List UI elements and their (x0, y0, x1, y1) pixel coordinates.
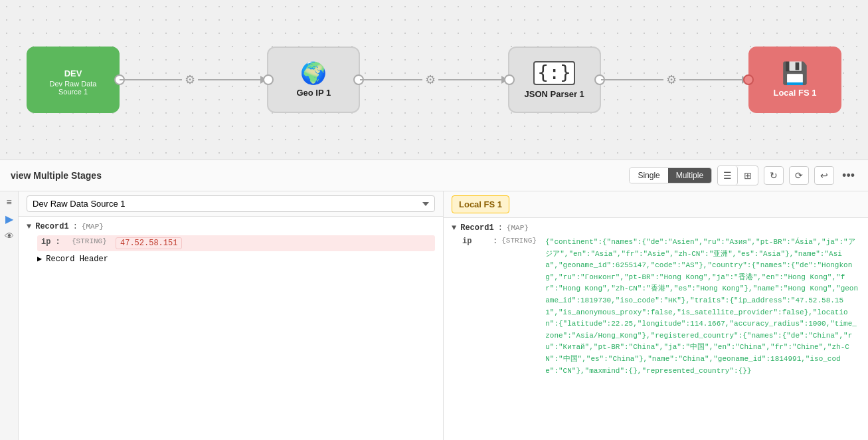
connector-3: ⚙ (601, 76, 748, 84)
panel-sidebar: ≡ ▶ 👁 (0, 191, 19, 440)
gear-icon-1: ⚙ (182, 72, 198, 87)
gear-icon-3: ⚙ (663, 72, 679, 87)
single-multiple-toggle: Single Multiple (629, 167, 712, 183)
left-ip-value: 47.52.58.151 (116, 237, 182, 249)
left-record1-toggle[interactable]: ▼ (27, 222, 31, 231)
collapse-icon: ▶ (37, 254, 42, 264)
right-ip-value: {"continent":{"names":{"de":"Asien","ru"… (545, 237, 860, 377)
connector-line-3: ⚙ (601, 79, 742, 80)
left-ip-field: ip : {STRING} 47.52.58.151 (37, 235, 435, 251)
left-record-header-subrecord[interactable]: ▶ Record Header (37, 254, 435, 264)
node-dev-raw-data-source[interactable]: DEV Dev Raw DataSource 1 (27, 47, 120, 113)
right-column-header: Local FS 1 (444, 191, 868, 218)
panel-header: view Multiple Stages Single Multiple ☰ ⊞… (0, 160, 868, 191)
right-record1-key: Record1 (460, 223, 493, 233)
right-column: Local FS 1 ▼ Record1 : {MAP} ip : {STRIN… (444, 191, 868, 440)
left-record1-header: ▼ Record1 : {MAP} (27, 222, 435, 231)
sidebar-eye-icon[interactable]: 👁 (5, 231, 14, 241)
multiple-btn[interactable]: Multiple (668, 168, 711, 183)
sidebar-cursor-icon[interactable]: ▶ (5, 213, 13, 225)
list-icon: ☰ (723, 170, 732, 181)
sidebar-hamburger-icon[interactable]: ≡ (6, 197, 11, 207)
connector-2: ⚙ (360, 76, 507, 84)
left-column-content: ▼ Record1 : {MAP} ip : {STRING} 47.52.58… (19, 217, 443, 440)
bottom-panel: view Multiple Stages Single Multiple ☰ ⊞… (0, 160, 868, 440)
right-ip-key: ip (462, 237, 489, 246)
refresh2-icon: ⟳ (795, 170, 803, 181)
panel-columns: Dev Raw Data Source 1 ▼ Record1 : {MAP} … (19, 191, 868, 440)
left-column-header: Dev Raw Data Source 1 (19, 191, 443, 217)
right-record1-toggle[interactable]: ▼ (452, 223, 456, 233)
right-column-content: ▼ Record1 : {MAP} ip : {STRING} {"contin… (444, 218, 868, 440)
node-geo-ip[interactable]: 🌍 Geo IP 1 (267, 47, 360, 113)
left-record1-key: Record1 (35, 222, 68, 231)
view-toggle-group: ☰ ⊞ (717, 165, 758, 185)
panel-body: ≡ ▶ 👁 Dev Raw Data Source 1 ▼ Record1 (0, 191, 868, 440)
right-stage-label: Local FS 1 (452, 195, 509, 213)
globe-icon: 🌍 (300, 62, 327, 84)
node-dev-label: DEV (64, 68, 82, 78)
record-header-label: Record Header (46, 255, 108, 264)
pipeline-canvas: DEV Dev Raw DataSource 1 ⚙ 🌍 Geo IP 1 ⚙ (0, 0, 868, 160)
json-icon: {:} (533, 61, 575, 85)
right-record1-header: ▼ Record1 : {MAP} (452, 223, 860, 233)
port-geoip-left (263, 74, 274, 85)
node-local-fs[interactable]: 💾 Local FS 1 (748, 47, 841, 113)
port-json-left (504, 74, 515, 85)
back-icon: ↩ (820, 170, 828, 181)
single-btn[interactable]: Single (630, 168, 667, 183)
left-ip-type: {STRING} (72, 237, 112, 245)
node-json-label: JSON Parser 1 (524, 89, 584, 99)
more-btn[interactable]: ••• (839, 169, 857, 183)
right-ip-field: ip : {STRING} {"continent":{"names":{"de… (462, 237, 860, 377)
gear-icon-2: ⚙ (422, 72, 438, 87)
panel-controls: Single Multiple ☰ ⊞ ↻ ⟳ ↩ ••• (629, 165, 857, 185)
back-btn[interactable]: ↩ (814, 166, 834, 185)
list-view-btn[interactable]: ☰ (718, 166, 738, 185)
panel-title: view Multiple Stages (11, 170, 102, 181)
disk-icon: 💾 (782, 62, 808, 84)
left-stage-select[interactable]: Dev Raw Data Source 1 (27, 195, 435, 212)
connector-line-2: ⚙ (360, 79, 501, 80)
connector-1: ⚙ (120, 76, 267, 84)
refresh-btn[interactable]: ↻ (764, 166, 784, 185)
node-json-parser[interactable]: {:} JSON Parser 1 (508, 47, 601, 113)
refresh2-btn[interactable]: ⟳ (789, 166, 809, 185)
node-localfs-label: Local FS 1 (773, 88, 816, 98)
right-record1-type: {MAP} (507, 224, 529, 232)
grid-icon: ⊞ (744, 170, 752, 181)
left-record1-type: {MAP} (82, 223, 104, 231)
right-ip-type: {STRING} (501, 237, 541, 245)
left-ip-key: ip : (41, 237, 68, 247)
node-dev-sublabel: Dev Raw DataSource 1 (50, 80, 97, 96)
refresh-icon: ↻ (770, 170, 778, 181)
grid-view-btn[interactable]: ⊞ (738, 166, 758, 185)
port-localfs-left (743, 74, 754, 85)
left-column: Dev Raw Data Source 1 ▼ Record1 : {MAP} … (19, 191, 444, 440)
connector-line-1: ⚙ (120, 79, 260, 80)
pipeline-flow: DEV Dev Raw DataSource 1 ⚙ 🌍 Geo IP 1 ⚙ (27, 47, 841, 113)
node-geoip-label: Geo IP 1 (296, 88, 331, 98)
